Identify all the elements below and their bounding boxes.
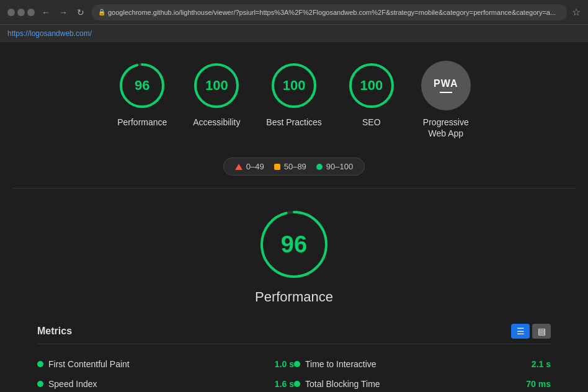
lighthouse-content: 96 Performance 100 Accessibility — [0, 42, 588, 392]
minimize-btn[interactable] — [17, 9, 25, 16]
tti-name: Time to Interactive — [305, 359, 527, 369]
best-practices-circle: 100 — [269, 61, 319, 110]
perf-score-container: 96 Performance — [37, 207, 551, 305]
pass-icon — [316, 164, 323, 170]
score-item-seo: 100 SEO — [347, 61, 396, 128]
legend-item-fail: 0–49 — [235, 162, 264, 171]
displayed-url: https://logosandweb.com/ — [7, 29, 92, 38]
tti-dot — [294, 361, 300, 367]
tbt-dot — [294, 381, 300, 387]
metric-row: Total Blocking Time 70 ms — [294, 374, 551, 392]
pwa-badge-text: PWA — [434, 78, 458, 89]
accessibility-circle: 100 — [192, 61, 241, 110]
performance-score: 96 — [135, 78, 149, 94]
url-bar[interactable]: 🔒 googlechrome.github.io/lighthouse/view… — [92, 4, 567, 20]
main-perf-label: Performance — [255, 289, 333, 305]
tti-value: 2.1 s — [532, 359, 551, 369]
legend-item-pass: 90–100 — [316, 162, 353, 171]
score-item-accessibility: 100 Accessibility — [192, 61, 241, 128]
metrics-grid: First Contentful Paint 1.0 s Speed Index… — [37, 354, 551, 392]
window-controls — [7, 9, 35, 16]
seo-score: 100 — [360, 78, 383, 94]
seo-label: SEO — [362, 117, 381, 128]
address-display-bar: https://logosandweb.com/ — [0, 25, 588, 42]
best-practices-score: 100 — [283, 78, 306, 94]
fcp-dot — [37, 361, 43, 367]
fail-range: 0–49 — [246, 162, 264, 171]
average-range: 50–89 — [284, 162, 306, 171]
metrics-left-column: First Contentful Paint 1.0 s Speed Index… — [37, 354, 294, 392]
treemap-view-button[interactable]: ▤ — [532, 324, 551, 339]
forward-button[interactable]: → — [57, 6, 69, 19]
pass-range: 90–100 — [326, 162, 353, 171]
accessibility-score: 100 — [205, 78, 228, 94]
main-perf-score: 96 — [281, 231, 307, 258]
metric-row: Time to Interactive 2.1 s — [294, 354, 551, 374]
back-button[interactable]: ← — [40, 6, 52, 19]
performance-section: 96 Performance Metrics ☰ ▤ First Content — [0, 189, 588, 392]
close-btn[interactable] — [7, 9, 15, 16]
pwa-line — [440, 92, 452, 93]
reload-button[interactable]: ↻ — [74, 6, 87, 19]
si-dot — [37, 381, 43, 387]
metrics-right-column: Time to Interactive 2.1 s Total Blocking… — [294, 354, 551, 392]
accessibility-label: Accessibility — [193, 117, 240, 128]
maximize-btn[interactable] — [27, 9, 35, 16]
legend-item-average: 50–89 — [274, 162, 306, 171]
url-text: googlechrome.github.io/lighthouse/viewer… — [108, 9, 556, 16]
scores-section: 96 Performance 100 Accessibility — [0, 42, 588, 151]
browser-chrome: ← → ↻ 🔒 googlechrome.github.io/lighthous… — [0, 0, 588, 25]
metrics-header: Metrics ☰ ▤ — [37, 324, 551, 344]
fcp-name: First Contentful Paint — [48, 359, 270, 369]
score-item-best-practices: 100 Best Practices — [266, 61, 321, 128]
metric-row: Speed Index 1.6 s — [37, 374, 294, 392]
pwa-label: ProgressiveWeb App — [423, 117, 469, 139]
performance-label: Performance — [117, 117, 167, 128]
bookmark-star[interactable]: ☆ — [572, 6, 581, 18]
list-icon: ☰ — [517, 326, 525, 336]
list-view-button[interactable]: ☰ — [511, 324, 530, 339]
seo-circle: 100 — [347, 61, 396, 110]
average-icon — [274, 164, 280, 170]
fcp-value: 1.0 s — [275, 359, 294, 369]
legend-inner: 0–49 50–89 90–100 — [223, 158, 365, 176]
lock-icon: 🔒 — [98, 9, 105, 16]
metric-row: First Contentful Paint 1.0 s — [37, 354, 294, 374]
tbt-value: 70 ms — [526, 379, 551, 389]
tbt-name: Total Blocking Time — [305, 379, 521, 389]
best-practices-label: Best Practices — [266, 117, 321, 128]
metrics-title: Metrics — [37, 326, 72, 337]
pwa-badge: PWA — [421, 61, 471, 110]
si-name: Speed Index — [48, 379, 270, 389]
view-toggle[interactable]: ☰ ▤ — [511, 324, 551, 339]
score-item-pwa: PWA ProgressiveWeb App — [421, 61, 471, 139]
grid-icon: ▤ — [538, 326, 546, 336]
performance-circle: 96 — [117, 61, 167, 110]
fail-icon — [235, 164, 243, 170]
main-performance-circle: 96 — [257, 207, 331, 282]
score-item-performance: 96 Performance — [117, 61, 167, 128]
score-legend: 0–49 50–89 90–100 — [0, 158, 588, 176]
si-value: 1.6 s — [275, 379, 294, 389]
